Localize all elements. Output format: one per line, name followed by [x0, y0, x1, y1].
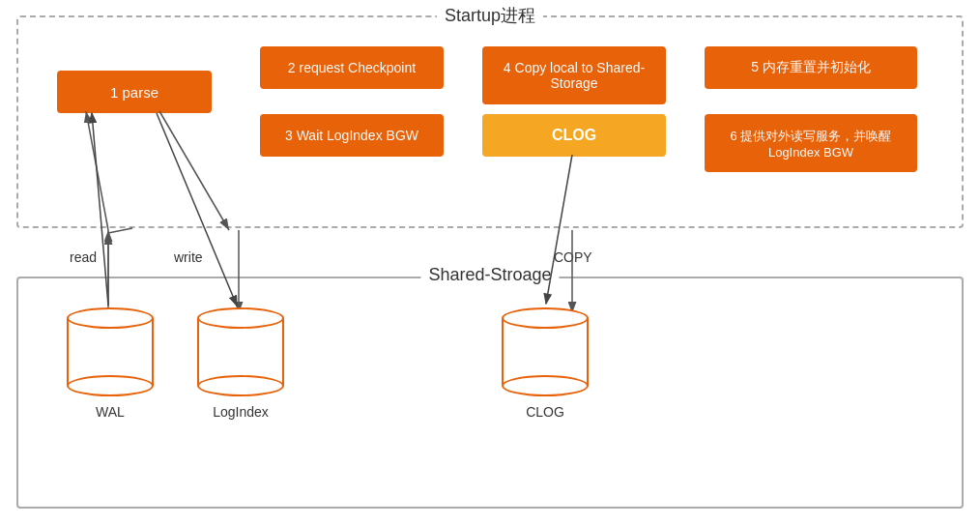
cyl-top-logindex: [197, 307, 284, 329]
main-container: Startup进程 1 parse 2 request Checkpoint 3…: [16, 15, 964, 509]
cyl-top-clog: [502, 307, 589, 329]
cylinder-clog: CLOG: [502, 307, 589, 420]
cyl-top-wal: [67, 307, 154, 329]
btn-provide-service: 6 提供对外读写服务，并唤醒LogIndex BGW: [705, 114, 917, 172]
btn-clog: CLOG: [482, 114, 666, 157]
cylinder-logindex: LogIndex: [197, 307, 284, 420]
btn-request-checkpoint: 2 request Checkpoint: [260, 46, 444, 89]
cyl-label-wal: WAL: [96, 404, 125, 420]
btn-memory-reset: 5 内存重置并初始化: [705, 46, 917, 89]
shared-title: Shared-Stroage: [420, 265, 559, 285]
btn-parse: 1 parse: [57, 71, 212, 113]
cyl-label-clog: CLOG: [526, 404, 564, 420]
cyl-bottom-clog: [502, 375, 589, 396]
shared-box: Shared-Stroage WAL LogIndex CLOG: [16, 277, 964, 509]
btn-copy-local: 4 Copy local to Shared-Storage: [482, 46, 666, 104]
cyl-label-logindex: LogIndex: [213, 404, 269, 420]
startup-title: Startup进程: [437, 4, 543, 27]
btn-wait-logindex: 3 Wait LogIndex BGW: [260, 114, 444, 157]
label-read: read: [70, 249, 97, 265]
cyl-bottom-logindex: [197, 375, 284, 396]
cyl-bottom-wal: [67, 375, 154, 396]
label-write: write: [174, 249, 203, 265]
startup-box: Startup进程 1 parse 2 request Checkpoint 3…: [16, 15, 964, 228]
cylinder-wal: WAL: [67, 307, 154, 420]
svg-line-3: [108, 228, 132, 233]
label-copy: COPY: [554, 249, 592, 265]
